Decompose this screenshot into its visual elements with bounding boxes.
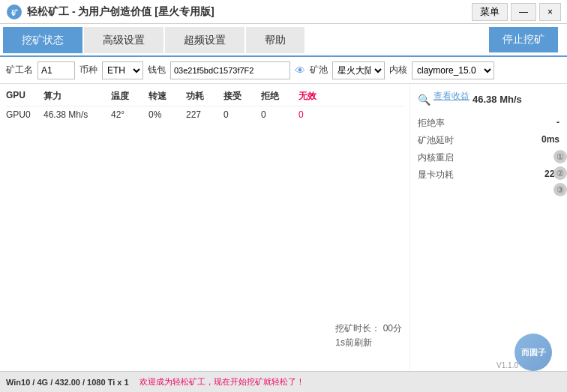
coin-select[interactable]: ETH [102,61,143,79]
header-temp: 温度 [111,90,148,103]
title-bar: 矿 轻松矿工 - 为用户创造价值 [星火专用版] 菜单 — × [0,0,567,24]
header-accept: 接受 [224,90,261,103]
gpu-reject: 0 [261,109,298,120]
gpu-id: GPU0 [6,109,44,120]
pool-label: 矿池 [310,64,328,76]
stat-row-pool-latency: 矿池延时 0ms [418,132,560,149]
worker-label: 矿工名 [6,64,33,76]
stat-value-pool-latency: 0ms [542,134,560,147]
sidebar-num-2[interactable]: ② [554,166,567,180]
config-row: 矿工名 币种 ETH 钱包 👁 矿池 星火大陆 内核 claymore_15.0 [0,57,567,84]
gpu-hashrate: 46.38 Mh/s [44,109,111,120]
title-bar-right: 菜单 — × [472,3,561,21]
watermark: 而圆子 [514,334,560,371]
tab-bar: 挖矿状态 高级设置 超频设置 帮助 停止挖矿 [0,24,567,57]
header-gpu: GPU [6,90,44,103]
stat-label-reject-rate: 拒绝率 [418,117,445,130]
stat-value-reject-rate: - [556,117,560,130]
header-hashrate: 算力 [44,90,111,103]
sys-info: Win10 / 4G / 432.00 / 1080 Ti x 1 [6,378,129,387]
kernel-select[interactable]: claymore_15.0 [412,61,494,79]
close-button[interactable]: × [539,3,561,21]
svg-text:矿: 矿 [10,8,19,16]
worker-input[interactable] [38,61,75,79]
sidebar-nums: ① ② ③ [554,150,567,196]
sidebar-num-1[interactable]: ① [554,150,567,163]
tab-mining-status[interactable]: 挖矿状态 [3,27,82,53]
stat-label-gpu-power: 显卡功耗 [418,169,454,181]
welcome-message: 欢迎成为轻松矿工，现在开始挖矿就轻松了！ [140,376,304,388]
wallet-input[interactable] [170,61,290,79]
watermark-logo: 而圆子 [514,334,552,371]
gpu-invalid: 0 [298,109,336,120]
title-bar-left: 矿 轻松矿工 - 为用户创造价值 [星火专用版] [6,4,214,20]
header-reject: 拒绝 [261,90,298,103]
stat-row-gpu-power: 显卡功耗 227 [418,166,560,184]
gpu-table-header: GPU 算力 温度 转速 功耗 接受 拒绝 无效 [6,87,404,106]
tab-advanced-settings[interactable]: 高级设置 [84,27,164,53]
mining-time-section: 挖矿时长： 00分 1s前刷新 [335,322,402,351]
mining-refresh-row: 1s前刷新 [335,337,402,349]
earnings-hashrate: 46.38 Mh/s [472,94,522,105]
header-fan: 转速 [148,90,186,103]
tab-overclocking[interactable]: 超频设置 [165,27,244,53]
wallet-label: 钱包 [148,64,166,76]
watermark-text: 而圆子 [521,347,546,358]
status-bar: Win10 / 4G / 432.00 / 1080 Ti x 1 欢迎成为轻松… [0,371,567,392]
minimize-button[interactable]: — [511,3,536,21]
eye-icon[interactable]: 👁 [295,64,305,76]
gpu-temp: 42° [111,109,148,120]
app-logo-icon: 矿 [6,4,22,20]
mining-duration-value: 00分 [383,323,402,334]
pool-select[interactable]: 星火大陆 [332,61,385,79]
mining-duration-row: 挖矿时长： 00分 [335,322,402,335]
mining-duration-label: 挖矿时长： [335,323,380,334]
tab-help[interactable]: 帮助 [246,27,304,53]
search-icon: 🔍 [418,94,430,106]
coin-label: 币种 [80,64,98,76]
right-panel: 🔍 查看收益 46.38 Mh/s 拒绝率 - 矿池延时 0ms 内核重启 0 … [410,84,567,371]
mining-refresh-label: 1s前刷新 [335,337,372,348]
header-power: 功耗 [186,90,224,103]
menu-button[interactable]: 菜单 [472,3,508,21]
gpu-fan: 0% [148,109,186,120]
table-row: GPU0 46.38 Mh/s 42° 0% 227 0 0 0 [6,106,404,123]
app-title: 轻松矿工 - 为用户创造价值 [星火专用版] [27,5,214,19]
stat-label-pool-latency: 矿池延时 [418,134,454,147]
gpu-accept: 0 [224,109,261,120]
earnings-link[interactable]: 查看收益 [434,90,470,103]
sidebar-num-3[interactable]: ③ [554,183,567,196]
stat-label-kernel-restart: 内核重启 [418,151,454,164]
kernel-label: 内核 [389,64,407,76]
stat-row-kernel-restart: 内核重启 0 [418,149,560,166]
main-content: GPU 算力 温度 转速 功耗 接受 拒绝 无效 GPU0 46.38 Mh/s… [0,84,567,371]
gpu-power: 227 [186,109,224,120]
stop-mining-button[interactable]: 停止挖矿 [489,27,558,52]
stat-row-reject-rate: 拒绝率 - [418,115,560,132]
header-invalid: 无效 [298,90,336,103]
